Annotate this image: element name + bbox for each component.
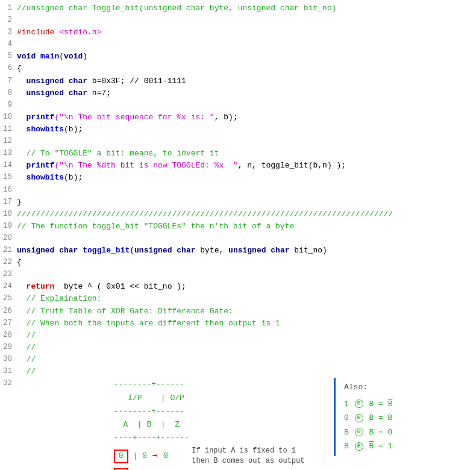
tt-dashes2: --------+------ xyxy=(39,405,334,418)
tt-row-0: 0 | 0 ➡ 0 If input A is fixed to 1 then … xyxy=(39,446,334,467)
code-line-28: 28 // xyxy=(0,330,476,342)
diagram-line: 32 --------+------ I/P | O/P xyxy=(0,378,476,470)
also-row-1: 1 ⊕ B = B xyxy=(344,397,466,411)
tt-col-header: A | B | Z xyxy=(39,418,334,431)
code-line-27: 27 // When both the inputs are different… xyxy=(0,318,476,330)
code-line-8: 8 unsigned char n=7; xyxy=(0,87,476,99)
code-line-25: 25 // Explaination: xyxy=(0,293,476,305)
also-panel: Also: 1 ⊕ B = B 0 ⊕ B = B B ⊕ B = 0 B ⊕ … xyxy=(334,378,466,456)
truth-table-diagram: --------+------ I/P | O/P --------+-----… xyxy=(39,378,334,470)
tt-dashes3: ----+----+------ xyxy=(39,431,334,445)
code-line-19: 19// The function toggle_bit "TOGGLEs" t… xyxy=(0,221,476,233)
code-line-23: 23 xyxy=(0,269,476,281)
code-line-1: 1//unsigned char Toggle_bit(unsigned cha… xyxy=(0,2,476,14)
code-line-21: 21unsigned char toggle_bit(unsigned char… xyxy=(0,245,476,257)
also-row-2: 0 ⊕ B = B xyxy=(344,411,466,425)
code-line-5: 5void main(void) xyxy=(0,51,476,63)
code-line-11: 11 showbits(b); xyxy=(0,124,476,136)
code-line-13: 13 // To "TOGGLE" a bit: means, to inver… xyxy=(0,148,476,160)
tt-dashes-top: --------+------ xyxy=(39,378,334,391)
code-line-17: 17} xyxy=(0,196,476,208)
code-line-3: 3#include <stdio.h> xyxy=(0,27,476,39)
also-row-3: B ⊕ B = 0 xyxy=(344,425,466,439)
code-editor: 1//unsigned char Toggle_bit(unsigned cha… xyxy=(0,0,476,470)
also-row-4: B ⊕ B = 1 xyxy=(344,439,466,453)
also-label: Also: xyxy=(344,380,466,394)
code-line-6: 6{ xyxy=(0,63,476,75)
code-line-15: 15 showbits(b); xyxy=(0,172,476,184)
code-line-24: 24 return byte ^ ( 0x01 << bit_no ); xyxy=(0,281,476,293)
code-line-14: 14 printf("\n The %dth bit is now TOGGLE… xyxy=(0,160,476,172)
code-line-18: 18//////////////////////////////////////… xyxy=(0,208,476,221)
code-line-29: 29 // xyxy=(0,342,476,354)
code-line-7: 7 unsigned char b=0x3F; // 0011-1111 xyxy=(0,75,476,87)
code-line-16: 16 xyxy=(0,184,476,196)
tt-header: I/P | O/P xyxy=(39,392,334,405)
code-line-10: 10 printf("\n The bit sequence for %x is… xyxy=(0,111,476,124)
code-line-26: 26 // Truth Table of XOR Gate: Differenc… xyxy=(0,306,476,318)
code-line-4: 4 xyxy=(0,39,476,51)
code-line-2: 2 xyxy=(0,14,476,27)
diagram-wrapper: --------+------ I/P | O/P --------+-----… xyxy=(39,378,466,470)
line-30: 30 // xyxy=(0,354,476,366)
red-arrow-1: ➡ xyxy=(147,450,163,463)
red-box-a: 0 xyxy=(114,450,128,463)
code-line-12: 12 xyxy=(0,136,476,148)
line-31: 31 // xyxy=(0,366,476,378)
code-line-22: 22{ xyxy=(0,257,476,269)
code-line-20: 20 xyxy=(0,233,476,245)
code-line-9: 9 xyxy=(0,99,476,111)
note-top: If input A is fixed to 1 then B comes ou… xyxy=(179,446,305,467)
